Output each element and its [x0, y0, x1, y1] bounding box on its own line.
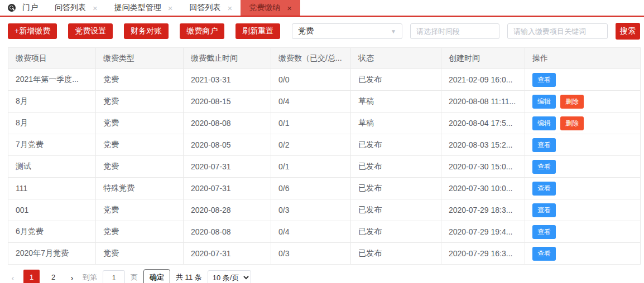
column-header: 缴费截止时间: [184, 48, 271, 69]
table-row: 6月党费党费2020-08-080/4已发布2020-07-29 19:4...…: [8, 221, 641, 243]
view-button[interactable]: 查看: [532, 225, 556, 239]
created-cell: 2020-07-29 19:4...: [441, 221, 525, 243]
type-cell: 特殊党费: [96, 178, 184, 199]
type-cell: 党费: [96, 156, 184, 178]
view-button[interactable]: 查看: [532, 138, 556, 152]
table-row: 8月党费2020-08-080/1草稿2020-08-04 17:5...编辑删…: [8, 113, 641, 134]
close-icon[interactable]: ×: [93, 4, 98, 12]
delete-button[interactable]: 删除: [560, 95, 584, 109]
pagination-bar: ‹ 12 › 到第 页 确定 共 11 条 10 条/页: [8, 269, 636, 283]
actions-cell: 查看: [525, 178, 641, 199]
search-button[interactable]: 搜索: [616, 23, 640, 40]
tab-label: 党费缴纳: [249, 3, 280, 13]
project-cell: 测试: [8, 156, 96, 178]
table-row: 8月党费2020-08-150/4草稿2020-08-08 11:11...编辑…: [8, 91, 641, 113]
close-icon[interactable]: ×: [168, 4, 173, 12]
column-header: 缴费类型: [96, 48, 184, 69]
count-cell: 0/3: [271, 199, 351, 221]
count-cell: 0/1: [271, 113, 351, 134]
actions-cell: 编辑删除: [525, 91, 641, 113]
tab-question-type-management[interactable]: 提问类型管理×: [106, 0, 181, 16]
column-header: 创建时间: [441, 48, 525, 69]
tab-label: 问答列表: [55, 3, 86, 13]
created-cell: 2021-02-09 16:0...: [441, 69, 525, 91]
toolbar-buttons: +新增缴费党费设置财务对账缴费商户刷新重置: [8, 23, 291, 39]
tab-answer-list[interactable]: 回答列表×: [181, 0, 241, 16]
tab-party-fee-payment[interactable]: 党费缴纳×: [241, 0, 300, 16]
table-row: 7月党费党费2020-08-050/2已发布2020-08-03 15:2...…: [8, 134, 641, 156]
delete-button[interactable]: 删除: [560, 116, 584, 130]
view-button[interactable]: 查看: [532, 182, 556, 196]
table-row: 2020年7月党费党费2020-07-310/3已发布2020-07-29 16…: [8, 243, 641, 265]
created-cell: 2020-07-29 16:3...: [441, 243, 525, 265]
table-row: 111特殊党费2020-07-310/6已发布2020-07-30 10:0..…: [8, 178, 641, 199]
type-cell: 党费: [96, 221, 184, 243]
status-cell: 已发布: [351, 199, 441, 221]
actions-cell: 查看: [525, 69, 641, 91]
count-cell: 0/4: [271, 91, 351, 113]
created-cell: 2020-07-29 18:3...: [441, 199, 525, 221]
table-row: 2021年第一季度...党费2021-03-310/0已发布2021-02-09…: [8, 69, 641, 91]
deadline-cell: 2021-03-31: [184, 69, 271, 91]
refresh-reset-button[interactable]: 刷新重置: [236, 23, 280, 39]
payments-table: 缴费项目缴费类型缴费截止时间缴费数（已交/总...状态创建时间操作 2021年第…: [8, 47, 641, 265]
fee-type-select-value: 党费: [298, 26, 314, 36]
tab-portal[interactable]: 门户: [0, 0, 46, 16]
confirm-page-button[interactable]: 确定: [143, 269, 170, 283]
column-header: 缴费数（已交/总...: [271, 48, 351, 69]
status-cell: 已发布: [351, 156, 441, 178]
project-cell: 001: [8, 199, 96, 221]
view-button[interactable]: 查看: [532, 203, 556, 217]
view-button[interactable]: 查看: [532, 247, 556, 261]
type-cell: 党费: [96, 199, 184, 221]
actions-cell: 查看: [525, 134, 641, 156]
created-cell: 2020-07-30 10:0...: [441, 178, 525, 199]
view-button[interactable]: 查看: [532, 160, 556, 174]
count-cell: 0/4: [271, 221, 351, 243]
page-number-1[interactable]: 1: [23, 270, 40, 283]
edit-button[interactable]: 编辑: [532, 116, 556, 130]
status-cell: 已发布: [351, 178, 441, 199]
view-button[interactable]: 查看: [532, 73, 556, 87]
tab-label: 回答列表: [190, 3, 221, 13]
created-cell: 2020-07-30 15:0...: [441, 156, 525, 178]
actions-cell: 查看: [525, 243, 641, 265]
page-size-select[interactable]: 10 条/页: [208, 270, 251, 283]
column-header: 状态: [351, 48, 441, 69]
project-cell: 2020年7月党费: [8, 243, 96, 265]
column-header: 缴费项目: [8, 48, 96, 69]
status-cell: 已发布: [351, 134, 441, 156]
payment-merchant-button[interactable]: 缴费商户: [180, 23, 224, 39]
deadline-cell: 2020-07-31: [184, 243, 271, 265]
close-icon[interactable]: ×: [228, 4, 233, 12]
created-cell: 2020-08-08 11:11...: [441, 91, 525, 113]
table-row: 测试党费2020-07-310/1已发布2020-07-30 15:0...查看: [8, 156, 641, 178]
tab-qa-list[interactable]: 问答列表×: [46, 0, 106, 16]
finance-reconciliation-button[interactable]: 财务对账: [124, 23, 169, 39]
deadline-cell: 2020-08-05: [184, 134, 271, 156]
created-cell: 2020-08-04 17:5...: [441, 113, 525, 134]
fee-type-select[interactable]: 党费 ▼: [292, 23, 402, 39]
add-payment-button[interactable]: +新增缴费: [8, 23, 57, 39]
page-number-2[interactable]: 2: [45, 270, 61, 283]
time-range-input[interactable]: [410, 23, 499, 39]
actions-cell: 查看: [525, 199, 641, 221]
count-cell: 0/6: [271, 178, 351, 199]
fee-settings-button[interactable]: 党费设置: [68, 23, 113, 39]
deadline-cell: 2020-08-15: [184, 91, 271, 113]
prev-page-icon[interactable]: ‹: [8, 273, 18, 282]
dashboard-icon: [8, 4, 16, 12]
count-cell: 0/0: [271, 69, 351, 91]
table-body: 2021年第一季度...党费2021-03-310/0已发布2021-02-09…: [8, 69, 641, 265]
status-cell: 草稿: [351, 113, 441, 134]
close-icon[interactable]: ×: [287, 4, 292, 12]
page-numbers: 12: [23, 270, 61, 283]
type-cell: 党费: [96, 91, 184, 113]
page-number-input[interactable]: [103, 270, 125, 283]
edit-button[interactable]: 编辑: [532, 95, 556, 109]
keyword-input[interactable]: [507, 23, 608, 39]
actions-cell: 编辑删除: [525, 113, 641, 134]
page-unit-label: 页: [131, 272, 138, 282]
deadline-cell: 2020-08-08: [184, 113, 271, 134]
next-page-icon[interactable]: ›: [67, 273, 77, 282]
